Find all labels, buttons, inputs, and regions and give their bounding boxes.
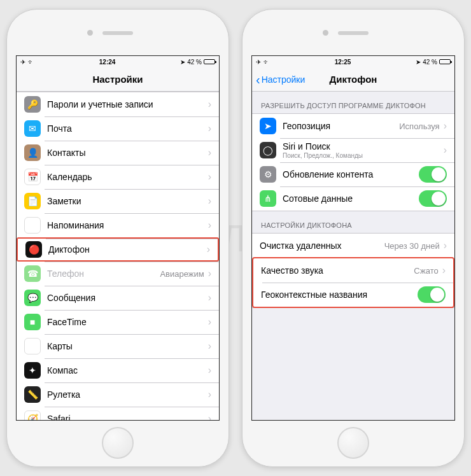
settings-row[interactable]: 🗺Карты› xyxy=(17,334,219,358)
row-subtitle: Поиск, Предлож., Команды xyxy=(283,152,444,159)
row-label: FaceTime xyxy=(47,317,208,327)
highlight-box: Качество звукаСжато›Геоконтекстные назва… xyxy=(252,257,454,308)
nav-title: Настройки xyxy=(92,74,143,85)
access-row[interactable]: ⋔Сотовые данные xyxy=(252,186,454,211)
battery-icon xyxy=(439,59,451,64)
settings-row[interactable]: ■FaceTime› xyxy=(17,310,219,334)
toggle-switch[interactable] xyxy=(419,166,447,183)
app-icon: 🔑 xyxy=(24,96,41,113)
settings-row[interactable]: ✉Почта› xyxy=(17,116,219,141)
camera-dot xyxy=(87,30,93,36)
app-icon: ➤ xyxy=(260,118,276,134)
access-row[interactable]: ➤ГеопозицияИспользуя› xyxy=(252,114,454,138)
camera-dot xyxy=(323,30,328,36)
chevron-right-icon: › xyxy=(208,292,211,304)
settings-row[interactable]: Очистка удаленныхЧерез 30 дней› xyxy=(252,234,454,258)
status-time: 12:24 xyxy=(99,59,116,66)
row-label: Пароли и учетные записи xyxy=(47,99,208,109)
back-button[interactable]: ‹ Настройки xyxy=(256,73,305,86)
dictaphone-content[interactable]: РАЗРЕШИТЬ ДОСТУП ПРОГРАММЕ ДИКТОФОН ➤Гео… xyxy=(252,92,454,420)
settings-row[interactable]: ✦Компас› xyxy=(17,358,219,382)
chevron-right-icon: › xyxy=(208,389,211,400)
chevron-right-icon: › xyxy=(208,316,211,328)
row-detail: Сжато xyxy=(414,266,438,276)
chevron-right-icon: › xyxy=(208,340,211,352)
row-label: Siri и Поиск xyxy=(283,141,444,151)
settings-row[interactable]: Геоконтекстные названия xyxy=(253,283,453,307)
battery-pct: 42 % xyxy=(423,59,437,66)
chevron-right-icon: › xyxy=(208,99,211,110)
chevron-right-icon: › xyxy=(208,268,211,279)
app-icon: ⋮ xyxy=(24,217,41,234)
settings-row[interactable]: 📏Рулетка› xyxy=(17,382,219,407)
speaker-slot xyxy=(102,31,133,35)
chevron-right-icon: › xyxy=(208,195,211,207)
row-label: Заметки xyxy=(47,196,208,206)
nav-bar: ‹ Настройки Диктофон xyxy=(252,67,454,92)
chevron-right-icon: › xyxy=(444,144,447,156)
app-icon: ✉ xyxy=(24,120,41,137)
app-icon: 👤 xyxy=(24,144,41,161)
access-row[interactable]: ◯Siri и ПоискПоиск, Предлож., Команды› xyxy=(252,138,454,162)
app-icon: 🗺 xyxy=(24,338,41,354)
settings-row[interactable]: ☎ТелефонАвиарежим› xyxy=(17,262,219,286)
row-label: Safari xyxy=(47,414,208,420)
phone-right: ✈ ᯤ 12:25 ➤ 42 % ‹ Настройки Диктофон РА… xyxy=(242,9,465,467)
app-icon: ✦ xyxy=(24,362,41,379)
chevron-right-icon: › xyxy=(208,123,211,134)
row-label: Компас xyxy=(47,365,208,375)
row-label: Очистка удаленных xyxy=(260,241,384,251)
settings-row[interactable]: 📅Календарь› xyxy=(17,165,219,189)
row-label: Сообщения xyxy=(47,293,208,303)
chevron-right-icon: › xyxy=(208,365,211,376)
airplane-icon: ✈ xyxy=(256,59,261,66)
settings-row[interactable]: 🔑Пароли и учетные записи› xyxy=(17,92,219,116)
phone-left: ✈ ᯤ 12:24 ➤ 42 % Настройки 🔑Пароли и уче… xyxy=(6,9,229,467)
row-label: Напоминания xyxy=(47,220,208,230)
row-label: Календарь xyxy=(47,172,208,182)
chevron-left-icon: ‹ xyxy=(256,73,260,86)
home-button[interactable] xyxy=(337,427,369,459)
row-label: Карты xyxy=(47,341,208,351)
app-icon: ⚙ xyxy=(260,166,276,183)
row-label: Качество звука xyxy=(261,265,414,276)
chevron-right-icon: › xyxy=(208,171,211,183)
toggle-switch[interactable] xyxy=(419,190,447,207)
speaker-slot xyxy=(338,31,369,35)
status-bar: ✈ ᯤ 12:24 ➤ 42 % xyxy=(17,56,219,67)
chevron-right-icon: › xyxy=(444,240,447,251)
settings-row[interactable]: 👤Контакты› xyxy=(17,141,219,165)
settings-content[interactable]: 🔑Пароли и учетные записи›✉Почта›👤Контакт… xyxy=(17,92,219,420)
location-icon: ➤ xyxy=(416,59,421,66)
settings-row[interactable]: ⋮Напоминания› xyxy=(17,213,219,237)
settings-row[interactable]: 🧭Safari› xyxy=(17,407,219,420)
row-label: Контакты xyxy=(47,148,208,158)
chevron-right-icon: › xyxy=(208,413,211,420)
screen-right: ✈ ᯤ 12:25 ➤ 42 % ‹ Настройки Диктофон РА… xyxy=(251,55,455,421)
settings-row[interactable]: Качество звукаСжато› xyxy=(253,258,453,283)
chevron-right-icon: › xyxy=(208,220,211,231)
location-icon: ➤ xyxy=(180,59,185,66)
chevron-right-icon: › xyxy=(444,120,447,132)
row-detail: Через 30 дней xyxy=(384,241,440,251)
battery-pct: 42 % xyxy=(187,59,202,66)
app-icon: 🔴 xyxy=(25,241,42,258)
settings-row[interactable]: 📄Заметки› xyxy=(17,189,219,213)
nav-bar: Настройки xyxy=(17,67,219,92)
home-button[interactable] xyxy=(102,427,134,459)
section-header-settings: НАСТРОЙКИ ДИКТОФОНА xyxy=(252,211,454,233)
chevron-right-icon: › xyxy=(442,265,446,276)
settings-row[interactable]: 🔴Диктофон› xyxy=(17,237,219,262)
airplane-icon: ✈ xyxy=(20,59,25,66)
status-bar: ✈ ᯤ 12:25 ➤ 42 % xyxy=(252,56,454,67)
toggle-switch[interactable] xyxy=(418,286,446,303)
access-row[interactable]: ⚙Обновление контента xyxy=(252,162,454,186)
row-label: Рулетка xyxy=(47,389,208,400)
section-header-access: РАЗРЕШИТЬ ДОСТУП ПРОГРАММЕ ДИКТОФОН xyxy=(252,92,454,113)
settings-row[interactable]: 💬Сообщения› xyxy=(17,286,219,310)
row-label: Сотовые данные xyxy=(283,193,419,204)
row-label: Обновление контента xyxy=(283,169,419,179)
app-icon: 📄 xyxy=(24,193,41,209)
chevron-right-icon: › xyxy=(208,147,211,158)
row-label: Геоконтекстные названия xyxy=(261,290,418,300)
